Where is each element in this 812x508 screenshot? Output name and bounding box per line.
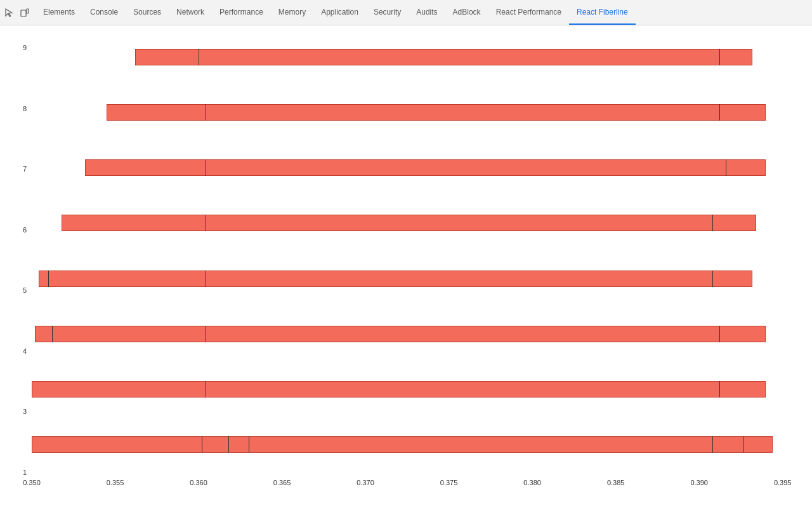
bar-divider-5-0: [48, 271, 49, 287]
bar-row-7: [32, 155, 799, 180]
bar-track-8: [32, 104, 799, 121]
x-label-9: 0.395: [774, 479, 792, 486]
chart-plot: 0.3500.3550.3600.3650.3700.3750.3800.385…: [32, 38, 799, 495]
y-label-4: 4: [23, 348, 27, 355]
bar-divider-1-1: [228, 436, 229, 453]
bar-row-8: [32, 100, 799, 125]
tab-list: Elements Console Sources Network Perform…: [36, 0, 636, 25]
tab-console[interactable]: Console: [82, 0, 126, 25]
bar-divider-3-1: [719, 381, 720, 398]
bar-divider-9-0: [199, 49, 199, 65]
bar-segment-4: [35, 326, 766, 342]
bar-track-3: [32, 381, 799, 398]
x-label-1: 0.355: [107, 479, 124, 486]
devtools-toolbar: Elements Console Sources Network Perform…: [0, 0, 812, 25]
bar-divider-4-0: [52, 326, 53, 342]
bar-track-7: [32, 159, 799, 176]
bar-segment-6: [62, 215, 756, 231]
bar-divider-4-2: [719, 326, 720, 342]
y-label-5: 5: [23, 287, 27, 294]
x-label-0: 0.350: [23, 479, 41, 486]
y-axis: 9 8 7 6 5 4 3 1: [6, 38, 32, 495]
tab-security[interactable]: Security: [366, 0, 409, 25]
y-label-8: 8: [23, 105, 27, 112]
bar-row-4: [32, 321, 799, 347]
bar-track-6: [32, 215, 799, 231]
y-label-1: 1: [23, 469, 27, 476]
tab-network[interactable]: Network: [169, 0, 212, 25]
bar-row-5: [32, 266, 799, 291]
device-icon[interactable]: [19, 7, 30, 18]
bar-segment-1: [32, 436, 773, 453]
bar-divider-8-0: [206, 104, 206, 121]
bar-divider-3-0: [206, 381, 206, 398]
toolbar-icons: [4, 7, 30, 18]
svg-rect-2: [27, 9, 29, 13]
tab-application[interactable]: Application: [313, 0, 366, 25]
bar-divider-5-1: [206, 271, 206, 287]
bar-segment-5: [39, 271, 753, 287]
svg-rect-1: [21, 10, 26, 17]
y-label-3: 3: [23, 408, 27, 415]
bar-divider-5-2: [712, 271, 713, 287]
tab-react-fiberline[interactable]: React Fiberline: [569, 0, 636, 25]
bar-divider-8-1: [719, 104, 720, 121]
tab-audits[interactable]: Audits: [409, 0, 445, 25]
bar-track-1: [32, 436, 799, 453]
x-label-8: 0.390: [690, 479, 708, 486]
bars-area: [32, 38, 799, 476]
bar-divider-7-1: [726, 159, 726, 176]
bar-divider-6-1: [712, 215, 713, 231]
x-label-2: 0.360: [190, 479, 207, 486]
bar-segment-3: [32, 381, 766, 398]
chart-container: 9 8 7 6 5 4 3 1 0.3500.3550.3600.3650.37…: [0, 25, 812, 508]
bar-segment-9: [135, 49, 752, 65]
bar-row-3: [32, 377, 799, 402]
y-label-7: 7: [23, 166, 27, 173]
cursor-icon[interactable]: [4, 7, 15, 18]
bar-divider-9-1: [719, 49, 720, 65]
x-label-7: 0.385: [607, 479, 625, 486]
tab-adblock[interactable]: AdBlock: [445, 0, 488, 25]
bar-track-5: [32, 271, 799, 287]
x-label-3: 0.365: [273, 479, 291, 486]
bar-divider-1-3: [712, 436, 713, 453]
x-label-4: 0.370: [357, 479, 374, 486]
x-label-6: 0.380: [523, 479, 541, 486]
tab-react-performance[interactable]: React Performance: [488, 0, 569, 25]
tab-elements[interactable]: Elements: [36, 0, 82, 25]
bar-divider-7-0: [206, 159, 206, 176]
bar-track-4: [32, 326, 799, 342]
bar-divider-1-2: [249, 436, 249, 453]
bar-row-6: [32, 210, 799, 236]
bar-divider-4-1: [206, 326, 206, 342]
x-label-5: 0.375: [440, 479, 458, 486]
tab-performance[interactable]: Performance: [212, 0, 271, 25]
y-label-6: 6: [23, 227, 27, 234]
y-label-9: 9: [23, 44, 27, 51]
bar-track-9: [32, 49, 799, 65]
bar-divider-1-4: [743, 436, 743, 453]
bar-row-1: [32, 432, 799, 457]
svg-marker-0: [6, 9, 12, 17]
chart-inner: 9 8 7 6 5 4 3 1 0.3500.3550.3600.3650.37…: [6, 38, 799, 495]
bar-divider-6-0: [206, 215, 206, 231]
bar-divider-1-0: [202, 436, 202, 453]
x-axis: 0.3500.3550.3600.3650.3700.3750.3800.385…: [32, 476, 799, 495]
tab-sources[interactable]: Sources: [126, 0, 169, 25]
bar-row-9: [32, 44, 799, 70]
bar-segment-7: [85, 159, 766, 176]
tab-memory[interactable]: Memory: [271, 0, 313, 25]
